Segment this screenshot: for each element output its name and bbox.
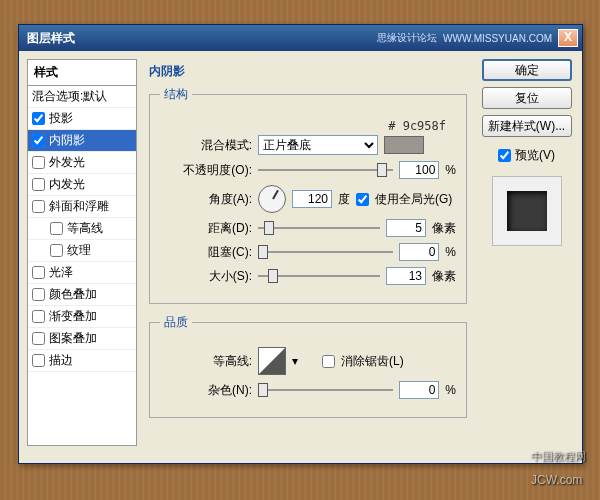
style-row[interactable]: 内发光 — [28, 174, 136, 196]
reset-button[interactable]: 复位 — [482, 87, 572, 109]
button-column: 确定 复位 新建样式(W)... 预览(V) — [479, 59, 574, 455]
style-row[interactable]: 图案叠加 — [28, 328, 136, 350]
angle-label: 角度(A): — [160, 191, 252, 208]
preview-row: 预览(V) — [498, 147, 555, 164]
style-label: 内阴影 — [49, 132, 85, 149]
noise-label: 杂色(N): — [160, 382, 252, 399]
size-row: 大小(S): 像素 — [160, 267, 456, 285]
distance-unit: 像素 — [432, 220, 456, 237]
style-label: 渐变叠加 — [49, 308, 97, 325]
angle-dial[interactable] — [258, 185, 286, 213]
blend-mode-label: 混合模式: — [160, 137, 252, 154]
style-label: 等高线 — [67, 220, 103, 237]
noise-row: 杂色(N): % — [160, 381, 456, 399]
structure-legend: 结构 — [160, 86, 192, 103]
global-light-checkbox[interactable] — [356, 193, 369, 206]
style-checkbox[interactable] — [32, 310, 45, 323]
opacity-slider[interactable] — [258, 161, 393, 179]
style-label: 描边 — [49, 352, 73, 369]
opacity-input[interactable] — [399, 161, 439, 179]
style-row[interactable]: 光泽 — [28, 262, 136, 284]
choke-row: 阻塞(C): % — [160, 243, 456, 261]
brand-text: 思缘设计论坛 — [377, 31, 437, 45]
preview-swatch — [507, 191, 547, 231]
style-label: 斜面和浮雕 — [49, 198, 109, 215]
style-checkbox[interactable] — [32, 200, 45, 213]
size-unit: 像素 — [432, 268, 456, 285]
style-checkbox[interactable] — [32, 354, 45, 367]
style-label: 光泽 — [49, 264, 73, 281]
contour-picker[interactable] — [258, 347, 286, 375]
style-checkbox[interactable] — [32, 112, 45, 125]
contour-label: 等高线: — [160, 353, 252, 370]
structure-group: 结构 # 9c958f 混合模式: 正片叠底 不透明度(O): % 角度(A): — [149, 86, 467, 304]
style-row[interactable]: 内阴影 — [28, 130, 136, 152]
choke-label: 阻塞(C): — [160, 244, 252, 261]
style-list-column: 样式 混合选项:默认 投影内阴影外发光内发光斜面和浮雕等高线纹理光泽颜色叠加渐变… — [27, 59, 137, 455]
distance-label: 距离(D): — [160, 220, 252, 237]
style-row[interactable]: 斜面和浮雕 — [28, 196, 136, 218]
style-row[interactable]: 渐变叠加 — [28, 306, 136, 328]
preview-checkbox[interactable] — [498, 149, 511, 162]
blend-options-row[interactable]: 混合选项:默认 — [28, 86, 136, 108]
style-list: 混合选项:默认 投影内阴影外发光内发光斜面和浮雕等高线纹理光泽颜色叠加渐变叠加图… — [27, 86, 137, 446]
style-checkbox[interactable] — [32, 178, 45, 191]
close-button[interactable]: X — [558, 29, 578, 47]
distance-slider[interactable] — [258, 219, 380, 237]
noise-unit: % — [445, 383, 456, 397]
size-slider[interactable] — [258, 267, 380, 285]
style-checkbox[interactable] — [50, 244, 63, 257]
choke-input[interactable] — [399, 243, 439, 261]
distance-row: 距离(D): 像素 — [160, 219, 456, 237]
chevron-down-icon[interactable]: ▾ — [292, 354, 298, 368]
angle-row: 角度(A): 度 使用全局光(G) — [160, 185, 456, 213]
quality-group: 品质 等高线: ▾ 消除锯齿(L) 杂色(N): % — [149, 314, 467, 418]
style-checkbox[interactable] — [32, 156, 45, 169]
settings-column: 内阴影 结构 # 9c958f 混合模式: 正片叠底 不透明度(O): % — [143, 59, 473, 455]
style-label: 颜色叠加 — [49, 286, 97, 303]
dialog-content: 样式 混合选项:默认 投影内阴影外发光内发光斜面和浮雕等高线纹理光泽颜色叠加渐变… — [19, 51, 582, 463]
color-swatch[interactable] — [384, 136, 424, 154]
antialias-checkbox[interactable] — [322, 355, 335, 368]
watermark-main: JCW.com — [531, 473, 582, 487]
hex-label: # 9c958f — [388, 119, 446, 133]
style-checkbox[interactable] — [32, 288, 45, 301]
style-row[interactable]: 投影 — [28, 108, 136, 130]
new-style-button[interactable]: 新建样式(W)... — [482, 115, 572, 137]
global-light-label: 使用全局光(G) — [375, 191, 452, 208]
opacity-row: 不透明度(O): % — [160, 161, 456, 179]
style-row[interactable]: 纹理 — [28, 240, 136, 262]
style-row[interactable]: 描边 — [28, 350, 136, 372]
style-label: 外发光 — [49, 154, 85, 171]
opacity-label: 不透明度(O): — [160, 162, 252, 179]
angle-unit: 度 — [338, 191, 350, 208]
preview-label: 预览(V) — [515, 147, 555, 164]
watermark: 中国教程网 JCW.com — [531, 449, 586, 490]
style-checkbox[interactable] — [32, 332, 45, 345]
blend-mode-select[interactable]: 正片叠底 — [258, 135, 378, 155]
antialias-label: 消除锯齿(L) — [341, 353, 404, 370]
opacity-unit: % — [445, 163, 456, 177]
quality-legend: 品质 — [160, 314, 192, 331]
dialog-title: 图层样式 — [23, 30, 377, 47]
style-checkbox[interactable] — [50, 222, 63, 235]
distance-input[interactable] — [386, 219, 426, 237]
noise-slider[interactable] — [258, 381, 393, 399]
size-input[interactable] — [386, 267, 426, 285]
style-row[interactable]: 颜色叠加 — [28, 284, 136, 306]
style-label: 内发光 — [49, 176, 85, 193]
style-row[interactable]: 外发光 — [28, 152, 136, 174]
style-checkbox[interactable] — [32, 266, 45, 279]
style-checkbox[interactable] — [32, 134, 45, 147]
angle-input[interactable] — [292, 190, 332, 208]
layer-style-dialog: 图层样式 思缘设计论坛 WWW.MISSYUAN.COM X 样式 混合选项:默… — [18, 24, 583, 464]
ok-button[interactable]: 确定 — [482, 59, 572, 81]
size-label: 大小(S): — [160, 268, 252, 285]
style-label: 图案叠加 — [49, 330, 97, 347]
style-row[interactable]: 等高线 — [28, 218, 136, 240]
choke-slider[interactable] — [258, 243, 393, 261]
style-header: 样式 — [27, 59, 137, 86]
noise-input[interactable] — [399, 381, 439, 399]
titlebar[interactable]: 图层样式 思缘设计论坛 WWW.MISSYUAN.COM X — [19, 25, 582, 51]
section-title: 内阴影 — [149, 63, 467, 80]
